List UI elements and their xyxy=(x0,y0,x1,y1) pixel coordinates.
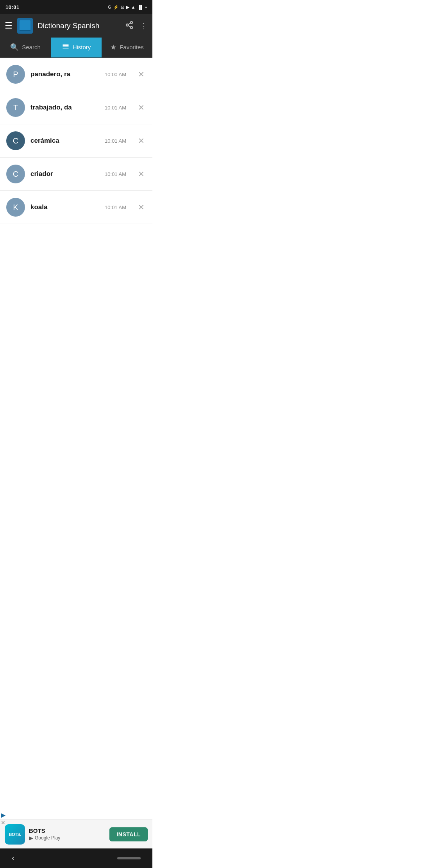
list-item: T trabajado, da 10:01 AM ✕ xyxy=(0,91,152,124)
app-bar: ☰ Dictionary Spanish ⋮ xyxy=(0,14,152,38)
list-item: P panadero, ra 10:00 AM ✕ xyxy=(0,58,152,91)
avatar: K xyxy=(6,198,25,217)
delete-icon[interactable]: ✕ xyxy=(136,201,146,213)
more-icon[interactable]: ⋮ xyxy=(140,21,148,30)
avatar-letter: T xyxy=(13,103,18,112)
tab-favorites[interactable]: ★ Favorites xyxy=(102,38,152,57)
app-title: Dictionary Spanish xyxy=(38,22,120,30)
item-time: 10:01 AM xyxy=(105,171,131,177)
battery-icon: ▪ xyxy=(145,5,147,9)
history-list: P panadero, ra 10:00 AM ✕ T trabajado, d… xyxy=(0,58,152,224)
network-icon: ▐▌ xyxy=(138,5,144,9)
delete-icon[interactable]: ✕ xyxy=(136,68,146,81)
delete-icon[interactable]: ✕ xyxy=(136,101,146,114)
menu-icon[interactable]: ☰ xyxy=(5,21,13,31)
screen-icon: ⊡ xyxy=(121,5,124,10)
item-word[interactable]: koala xyxy=(30,203,47,211)
status-bar: 10:01 G ⚡ ⊡ ▶ ▲ ▐▌ ▪ xyxy=(0,0,152,14)
list-item: C criador 10:01 AM ✕ xyxy=(0,158,152,191)
list-item: C cerámica 10:01 AM ✕ xyxy=(0,124,152,158)
cast-icon: ▶ xyxy=(126,5,129,10)
list-item: K koala 10:01 AM ✕ xyxy=(0,191,152,224)
app-logo-inner xyxy=(20,20,30,31)
star-icon: ★ xyxy=(110,43,116,52)
svg-line-3 xyxy=(128,25,131,27)
main-content: P panadero, ra 10:00 AM ✕ T trabajado, d… xyxy=(0,58,152,275)
tab-history[interactable]: History xyxy=(51,38,102,57)
avatar: C xyxy=(6,165,25,183)
history-icon xyxy=(62,42,70,52)
status-icons: G ⚡ ⊡ ▶ ▲ ▐▌ ▪ xyxy=(108,5,147,10)
avatar-letter: K xyxy=(13,203,18,212)
google-icon: G xyxy=(108,5,111,9)
avatar: T xyxy=(6,98,25,117)
signal-icon: ▲ xyxy=(131,5,136,9)
item-content: trabajado, da xyxy=(30,104,99,111)
item-content: criador xyxy=(30,170,99,178)
item-word[interactable]: trabajado, da xyxy=(30,104,72,111)
avatar-letter: C xyxy=(13,170,18,179)
app-logo xyxy=(17,18,33,34)
item-word[interactable]: criador xyxy=(30,170,53,178)
item-time: 10:01 AM xyxy=(105,204,131,210)
item-time: 10:01 AM xyxy=(105,138,131,144)
avatar: C xyxy=(6,131,25,150)
item-time: 10:01 AM xyxy=(105,105,131,111)
tab-bar: 🔍 Search History ★ Favorites xyxy=(0,38,152,58)
share-icon[interactable] xyxy=(125,21,134,31)
tab-history-label: History xyxy=(73,44,91,50)
search-icon: 🔍 xyxy=(10,43,19,52)
lightning-icon: ⚡ xyxy=(113,5,119,10)
avatar-letter: P xyxy=(13,70,18,79)
item-content: cerámica xyxy=(30,137,99,145)
tab-favorites-label: Favorites xyxy=(120,44,144,50)
item-word[interactable]: cerámica xyxy=(30,137,59,144)
item-content: panadero, ra xyxy=(30,70,99,78)
svg-line-4 xyxy=(128,23,131,24)
avatar-letter: C xyxy=(13,136,18,145)
item-word[interactable]: panadero, ra xyxy=(30,70,70,78)
avatar: P xyxy=(6,65,25,84)
delete-icon[interactable]: ✕ xyxy=(136,168,146,180)
item-content: koala xyxy=(30,203,99,211)
tab-search[interactable]: 🔍 Search xyxy=(0,38,51,57)
app-bar-actions: ⋮ xyxy=(125,21,148,31)
tab-search-label: Search xyxy=(22,44,41,50)
delete-icon[interactable]: ✕ xyxy=(136,135,146,147)
item-time: 10:00 AM xyxy=(105,72,131,77)
status-time: 10:01 xyxy=(5,4,20,10)
